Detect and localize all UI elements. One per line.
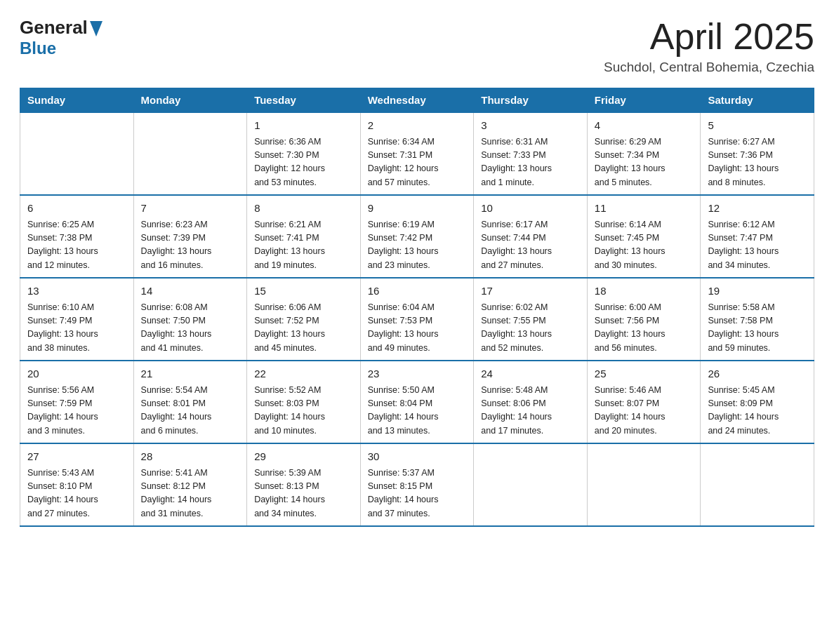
day-info: Sunrise: 6:04 AMSunset: 7:53 PMDaylight:… bbox=[368, 301, 467, 356]
day-cell: 10Sunrise: 6:17 AMSunset: 7:44 PMDayligh… bbox=[474, 195, 588, 278]
day-cell: 18Sunrise: 6:00 AMSunset: 7:56 PMDayligh… bbox=[587, 278, 701, 361]
day-cell: 1Sunrise: 6:36 AMSunset: 7:30 PMDaylight… bbox=[247, 112, 361, 195]
day-cell: 25Sunrise: 5:46 AMSunset: 8:07 PMDayligh… bbox=[587, 361, 701, 443]
day-cell bbox=[587, 443, 701, 526]
day-info: Sunrise: 5:54 AMSunset: 8:01 PMDaylight:… bbox=[141, 384, 240, 438]
svg-marker-0 bbox=[90, 21, 102, 36]
header-tuesday: Tuesday bbox=[247, 88, 361, 113]
day-info: Sunrise: 6:02 AMSunset: 7:55 PMDaylight:… bbox=[481, 301, 580, 356]
day-info: Sunrise: 6:25 AMSunset: 7:38 PMDaylight:… bbox=[27, 218, 126, 273]
calendar-location: Suchdol, Central Bohemia, Czechia bbox=[604, 60, 814, 75]
day-info: Sunrise: 6:12 AMSunset: 7:47 PMDaylight:… bbox=[708, 218, 807, 273]
day-number: 21 bbox=[141, 366, 240, 382]
day-info: Sunrise: 5:58 AMSunset: 7:58 PMDaylight:… bbox=[708, 301, 807, 356]
day-number: 17 bbox=[481, 283, 580, 300]
logo-blue-text: Blue bbox=[20, 39, 56, 58]
day-cell: 24Sunrise: 5:48 AMSunset: 8:06 PMDayligh… bbox=[474, 361, 588, 443]
day-info: Sunrise: 5:37 AMSunset: 8:15 PMDaylight:… bbox=[368, 467, 467, 521]
day-number: 10 bbox=[481, 201, 580, 217]
logo-general-text: General bbox=[20, 17, 88, 39]
day-info: Sunrise: 5:41 AMSunset: 8:12 PMDaylight:… bbox=[141, 467, 240, 521]
day-info: Sunrise: 6:27 AMSunset: 7:36 PMDaylight:… bbox=[708, 135, 807, 190]
page-header: General Blue April 2025 Suchdol, Central… bbox=[20, 17, 814, 75]
day-cell: 16Sunrise: 6:04 AMSunset: 7:53 PMDayligh… bbox=[360, 278, 474, 361]
day-cell: 9Sunrise: 6:19 AMSunset: 7:42 PMDaylight… bbox=[360, 195, 474, 278]
title-block: April 2025 Suchdol, Central Bohemia, Cze… bbox=[604, 17, 814, 75]
day-number: 14 bbox=[141, 283, 240, 300]
day-cell: 26Sunrise: 5:45 AMSunset: 8:09 PMDayligh… bbox=[701, 361, 814, 443]
day-info: Sunrise: 6:31 AMSunset: 7:33 PMDaylight:… bbox=[481, 135, 580, 190]
day-number: 15 bbox=[254, 283, 353, 300]
day-info: Sunrise: 6:19 AMSunset: 7:42 PMDaylight:… bbox=[368, 218, 467, 273]
day-info: Sunrise: 5:48 AMSunset: 8:06 PMDaylight:… bbox=[481, 384, 580, 438]
day-cell: 11Sunrise: 6:14 AMSunset: 7:45 PMDayligh… bbox=[587, 195, 701, 278]
week-row-2: 6Sunrise: 6:25 AMSunset: 7:38 PMDaylight… bbox=[20, 195, 814, 278]
day-number: 18 bbox=[595, 283, 694, 300]
header-monday: Monday bbox=[133, 88, 247, 113]
day-cell bbox=[474, 443, 588, 526]
day-info: Sunrise: 5:52 AMSunset: 8:03 PMDaylight:… bbox=[254, 384, 353, 438]
day-info: Sunrise: 5:50 AMSunset: 8:04 PMDaylight:… bbox=[368, 384, 467, 438]
day-info: Sunrise: 6:36 AMSunset: 7:30 PMDaylight:… bbox=[254, 135, 353, 190]
day-cell: 14Sunrise: 6:08 AMSunset: 7:50 PMDayligh… bbox=[133, 278, 247, 361]
day-number: 5 bbox=[708, 118, 807, 134]
day-number: 25 bbox=[595, 366, 694, 382]
day-number: 29 bbox=[254, 449, 353, 465]
day-cell: 3Sunrise: 6:31 AMSunset: 7:33 PMDaylight… bbox=[474, 112, 588, 195]
day-cell: 21Sunrise: 5:54 AMSunset: 8:01 PMDayligh… bbox=[133, 361, 247, 443]
day-cell bbox=[133, 112, 247, 195]
day-info: Sunrise: 6:21 AMSunset: 7:41 PMDaylight:… bbox=[254, 218, 353, 273]
header-wednesday: Wednesday bbox=[360, 88, 474, 113]
day-number: 7 bbox=[141, 201, 240, 217]
day-cell bbox=[701, 443, 814, 526]
day-info: Sunrise: 6:17 AMSunset: 7:44 PMDaylight:… bbox=[481, 218, 580, 273]
day-number: 16 bbox=[368, 283, 467, 300]
calendar-table: SundayMondayTuesdayWednesdayThursdayFrid… bbox=[20, 88, 814, 527]
week-row-4: 20Sunrise: 5:56 AMSunset: 7:59 PMDayligh… bbox=[20, 361, 814, 443]
day-number: 20 bbox=[27, 366, 126, 382]
header-friday: Friday bbox=[587, 88, 701, 113]
day-cell: 2Sunrise: 6:34 AMSunset: 7:31 PMDaylight… bbox=[360, 112, 474, 195]
day-info: Sunrise: 6:23 AMSunset: 7:39 PMDaylight:… bbox=[141, 218, 240, 273]
day-info: Sunrise: 5:39 AMSunset: 8:13 PMDaylight:… bbox=[254, 467, 353, 521]
logo: General Blue bbox=[20, 17, 102, 58]
week-row-3: 13Sunrise: 6:10 AMSunset: 7:49 PMDayligh… bbox=[20, 278, 814, 361]
day-info: Sunrise: 6:10 AMSunset: 7:49 PMDaylight:… bbox=[27, 301, 126, 356]
day-cell: 12Sunrise: 6:12 AMSunset: 7:47 PMDayligh… bbox=[701, 195, 814, 278]
day-number: 6 bbox=[27, 201, 126, 217]
day-info: Sunrise: 5:43 AMSunset: 8:10 PMDaylight:… bbox=[27, 467, 126, 521]
day-cell: 29Sunrise: 5:39 AMSunset: 8:13 PMDayligh… bbox=[247, 443, 361, 526]
day-cell: 28Sunrise: 5:41 AMSunset: 8:12 PMDayligh… bbox=[133, 443, 247, 526]
day-number: 30 bbox=[368, 449, 467, 465]
header-thursday: Thursday bbox=[474, 88, 588, 113]
day-cell: 15Sunrise: 6:06 AMSunset: 7:52 PMDayligh… bbox=[247, 278, 361, 361]
day-cell: 27Sunrise: 5:43 AMSunset: 8:10 PMDayligh… bbox=[20, 443, 134, 526]
day-cell: 20Sunrise: 5:56 AMSunset: 7:59 PMDayligh… bbox=[20, 361, 134, 443]
day-info: Sunrise: 6:14 AMSunset: 7:45 PMDaylight:… bbox=[595, 218, 694, 273]
day-info: Sunrise: 5:45 AMSunset: 8:09 PMDaylight:… bbox=[708, 384, 807, 438]
day-number: 26 bbox=[708, 366, 807, 382]
day-cell bbox=[20, 112, 134, 195]
day-number: 23 bbox=[368, 366, 467, 382]
day-info: Sunrise: 5:56 AMSunset: 7:59 PMDaylight:… bbox=[27, 384, 126, 438]
day-cell: 23Sunrise: 5:50 AMSunset: 8:04 PMDayligh… bbox=[360, 361, 474, 443]
day-number: 11 bbox=[595, 201, 694, 217]
day-cell: 17Sunrise: 6:02 AMSunset: 7:55 PMDayligh… bbox=[474, 278, 588, 361]
day-number: 1 bbox=[254, 118, 353, 134]
day-number: 13 bbox=[27, 283, 126, 300]
day-cell: 4Sunrise: 6:29 AMSunset: 7:34 PMDaylight… bbox=[587, 112, 701, 195]
day-info: Sunrise: 6:08 AMSunset: 7:50 PMDaylight:… bbox=[141, 301, 240, 356]
day-cell: 13Sunrise: 6:10 AMSunset: 7:49 PMDayligh… bbox=[20, 278, 134, 361]
day-cell: 22Sunrise: 5:52 AMSunset: 8:03 PMDayligh… bbox=[247, 361, 361, 443]
header-sunday: Sunday bbox=[20, 88, 134, 113]
day-cell: 30Sunrise: 5:37 AMSunset: 8:15 PMDayligh… bbox=[360, 443, 474, 526]
day-number: 8 bbox=[254, 201, 353, 217]
day-number: 12 bbox=[708, 201, 807, 217]
day-info: Sunrise: 6:00 AMSunset: 7:56 PMDaylight:… bbox=[595, 301, 694, 356]
day-info: Sunrise: 6:29 AMSunset: 7:34 PMDaylight:… bbox=[595, 135, 694, 190]
day-number: 19 bbox=[708, 283, 807, 300]
day-number: 27 bbox=[27, 449, 126, 465]
day-number: 28 bbox=[141, 449, 240, 465]
day-info: Sunrise: 6:06 AMSunset: 7:52 PMDaylight:… bbox=[254, 301, 353, 356]
day-cell: 6Sunrise: 6:25 AMSunset: 7:38 PMDaylight… bbox=[20, 195, 134, 278]
